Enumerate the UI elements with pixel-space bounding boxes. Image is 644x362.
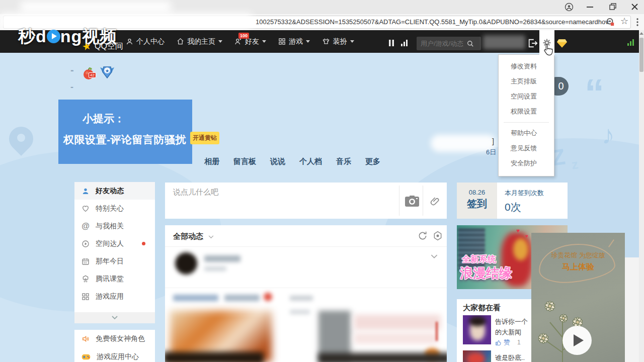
nav-personal-center[interactable]: 个人中心 [126, 37, 165, 46]
play-icon [574, 334, 584, 346]
watermark-text-1: 秒d [18, 27, 47, 46]
target-icon [433, 231, 443, 241]
sidebar-item-tencent-classroom[interactable]: 腾讯课堂 [74, 270, 155, 288]
friends-icon [234, 38, 242, 45]
heart-icon: ♥ [525, 233, 528, 239]
navbar-search[interactable] [417, 37, 481, 50]
apple-badge-icon[interactable]: 42 [82, 66, 96, 82]
restore-button[interactable] [609, 3, 617, 13]
play-button[interactable] [562, 326, 592, 355]
content-blocked-icon[interactable] [606, 18, 615, 29]
search-input[interactable] [417, 39, 467, 48]
bookmark-star-icon[interactable]: ☆ [620, 16, 628, 27]
attach-link-button[interactable] [430, 196, 441, 209]
sidebar-label: 游戏应用 [96, 292, 124, 301]
blurred-text-line [290, 296, 313, 301]
sidebar-label: 那年今日 [96, 257, 124, 266]
post-composer: 说点儿什么吧 [165, 183, 447, 219]
sidebar-item-special-care[interactable]: 特别关心 [74, 200, 155, 217]
tab-guestbook[interactable]: 留言板 [233, 157, 256, 166]
menu-item-help-center[interactable]: 帮助中心 [499, 126, 554, 141]
right-white-strip [625, 257, 639, 362]
logout-icon[interactable] [527, 38, 538, 50]
feed-filter[interactable]: 全部动态 [173, 232, 203, 241]
scrollbar-up-arrow[interactable] [639, 32, 643, 35]
at-icon: @ [82, 222, 90, 231]
nav-games[interactable]: 游戏 [278, 37, 310, 46]
signal-bars-icon [627, 39, 635, 48]
feed-panel: 全部动态 [165, 225, 447, 362]
divider [399, 186, 399, 216]
browser-profile-icon[interactable] [565, 3, 574, 14]
tab-profile[interactable]: 个人档 [299, 157, 322, 166]
url-text: 1002575332&ADSESSION=1535250507&ADTAG=CL… [256, 18, 614, 26]
watching-text-2[interactable]: 谁是卧底.. [495, 353, 525, 362]
date-fragment-day: 6日 [486, 148, 496, 157]
tab-more[interactable]: 更多 [365, 157, 380, 166]
refresh-button[interactable] [418, 231, 428, 243]
nav-friends[interactable]: 好友 100 [234, 37, 266, 46]
blurred-name-dash: - [70, 64, 74, 76]
tab-music[interactable]: 音乐 [336, 157, 351, 166]
calendar-icon [82, 257, 90, 265]
sidebar-item-related-to-me[interactable]: @ 与我相关 [74, 217, 155, 235]
watching-text-1b[interactable]: 的大新闻 [495, 328, 521, 337]
feed-settings-button[interactable] [433, 231, 443, 243]
menu-item-space-settings[interactable]: 空间设置 [499, 89, 554, 104]
stats-bars-icon[interactable] [400, 39, 409, 49]
blurred-pink-block [354, 315, 441, 330]
play-circle-icon [82, 240, 90, 248]
open-yellow-diamond-button[interactable]: 开通黄钻 [190, 132, 219, 144]
watching-thumb-2[interactable] [463, 350, 491, 362]
sidebar-item-game-apps[interactable]: 游戏应用 [74, 288, 155, 305]
sidebar-item-space-master[interactable]: 空间达人 [74, 235, 155, 252]
checkin-button[interactable]: 08.26 签到 [457, 183, 497, 219]
overlay-cta[interactable]: 马上体验 [531, 262, 625, 273]
video-ad-overlay[interactable]: 珍贵花馆 为您绽放 马上体验 [531, 233, 625, 362]
chevron-down-icon [350, 40, 354, 43]
sidebar-item-that-year-today[interactable]: 那年今日 [74, 252, 155, 270]
blurred-timestamp [204, 266, 226, 271]
sidebar-item-friend-feeds[interactable]: 好友动态 [74, 182, 155, 200]
post-input[interactable]: 说点儿什么吧 [173, 188, 218, 197]
like-label: 赞 [504, 338, 510, 347]
tab-shuoshuo[interactable]: 说说 [270, 157, 285, 166]
yellow-diamond-icon[interactable] [556, 39, 568, 50]
watching-thumb-1[interactable] [463, 315, 491, 344]
nav-my-home[interactable]: 我的主页 [177, 37, 222, 46]
chevron-down-icon [218, 40, 222, 43]
menu-item-security[interactable]: 安全防护 [499, 156, 554, 171]
search-icon[interactable] [467, 40, 474, 47]
tab-albums[interactable]: 相册 [204, 157, 219, 166]
browser-menu-icon[interactable] [636, 18, 639, 29]
person-icon [126, 38, 133, 45]
pause-icon[interactable] [388, 39, 394, 49]
watching-text-1a[interactable]: 告诉你一个 [495, 317, 528, 326]
scrollbar-thumb[interactable] [639, 38, 643, 72]
gamepad-icon [82, 353, 91, 360]
close-button[interactable] [631, 3, 638, 13]
wing-medal-icon[interactable]: ★ [99, 64, 116, 81]
chevron-down-icon [262, 40, 266, 43]
minimize-button[interactable] [587, 7, 593, 8]
sidebar-expand-button[interactable] [74, 312, 155, 323]
chevron-down-icon[interactable] [208, 235, 214, 239]
menu-item-permission-settings[interactable]: 权限设置 [499, 104, 554, 119]
friends-count-badge: 100 [238, 33, 249, 39]
like-button[interactable]: 赞 1 [495, 338, 521, 347]
add-photo-button[interactable] [405, 196, 419, 209]
sidebar-item-free-goddess-role[interactable]: 免费领女神角色 [74, 330, 155, 348]
menu-item-feedback[interactable]: 意见反馈 [499, 141, 554, 156]
menu-item-edit-profile[interactable]: 修改资料 [499, 59, 554, 74]
ad-text-1: 全新系统 [462, 253, 496, 265]
scrollbar-track[interactable] [639, 30, 644, 362]
qzone-logo[interactable]: QQ空间 [95, 41, 123, 52]
sidebar-item-game-app-center[interactable]: 游戏应用中心 [74, 348, 155, 362]
banner-decoration-pin-dot [17, 134, 25, 142]
nav-dressup[interactable]: 装扮 [322, 37, 354, 46]
chevron-down-icon[interactable] [431, 254, 438, 259]
blurred-browser-tab[interactable] [20, 1, 171, 13]
nav-personal-center-label: 个人中心 [136, 37, 165, 46]
menu-item-home-layout[interactable]: 主页排版 [499, 74, 554, 89]
blurred-avatar[interactable] [175, 252, 197, 275]
